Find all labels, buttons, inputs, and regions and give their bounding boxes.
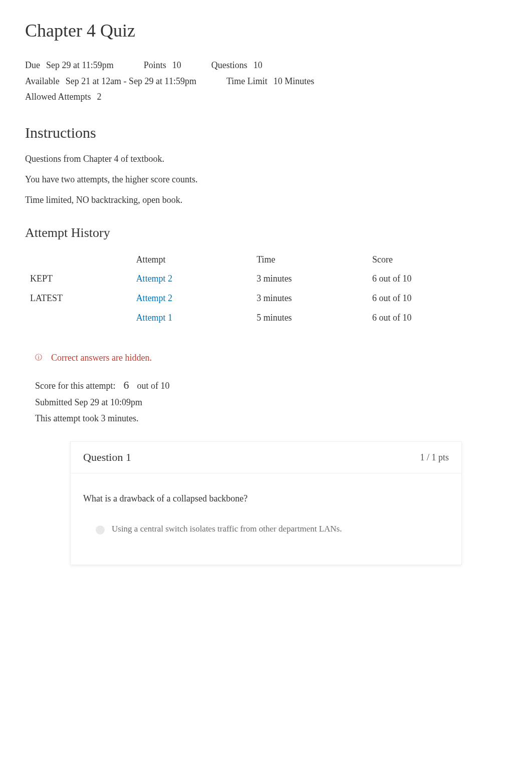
question-points: 1 / 1 pts	[420, 452, 449, 463]
attempt-history-table: Attempt Time Score KEPT Attempt 2 3 minu…	[25, 250, 507, 328]
table-row: KEPT Attempt 2 3 minutes 6 out of 10	[25, 269, 507, 289]
score-value: 6	[123, 376, 129, 395]
score-suffix: out of 10	[137, 378, 169, 394]
meta-time-limit-value: 10 Minutes	[274, 74, 315, 90]
meta-points: Points 10	[144, 58, 181, 74]
meta-time-limit-label: Time Limit	[226, 74, 268, 90]
info-icon: ⓘ	[35, 354, 42, 361]
row-status: LATEST	[25, 289, 131, 308]
meta-allowed-attempts-value: 2	[97, 89, 102, 105]
meta-available-value: Sep 21 at 12am - Sep 29 at 11:59pm	[66, 74, 196, 90]
question-title: Question 1	[83, 451, 131, 464]
col-score-header: Score	[367, 250, 507, 269]
meta-points-value: 10	[172, 58, 181, 74]
meta-time-limit: Time Limit 10 Minutes	[226, 74, 314, 90]
meta-allowed-attempts-label: Allowed Attempts	[25, 89, 91, 105]
meta-questions-label: Questions	[211, 58, 247, 74]
hidden-answers-notice: ⓘ Correct answers are hidden.	[35, 353, 507, 363]
meta-due: Due Sep 29 at 11:59pm	[25, 58, 114, 74]
instructions-body: Questions from Chapter 4 of textbook. Yo…	[25, 154, 507, 205]
row-status: KEPT	[25, 269, 131, 289]
attempt-history-heading: Attempt History	[25, 225, 507, 240]
col-attempt-header: Attempt	[131, 250, 252, 269]
attempt-link[interactable]: Attempt 2	[136, 274, 173, 284]
instructions-line: Time limited, NO backtracking, open book…	[25, 195, 507, 205]
radio-icon	[96, 526, 105, 535]
table-row: LATEST Attempt 2 3 minutes 6 out of 10	[25, 289, 507, 308]
instructions-line: You have two attempts, the higher score …	[25, 174, 507, 185]
table-header-row: Attempt Time Score	[25, 250, 507, 269]
meta-allowed-attempts: Allowed Attempts 2	[25, 89, 102, 105]
attempt-link[interactable]: Attempt 2	[136, 293, 173, 303]
answer-row: Using a central switch isolates traffic …	[71, 514, 461, 565]
page-title: Chapter 4 Quiz	[25, 20, 507, 41]
meta-questions-value: 10	[253, 58, 262, 74]
row-time: 3 minutes	[251, 289, 367, 308]
duration-line: This attempt took 3 minutes.	[35, 411, 507, 427]
question-header: Question 1 1 / 1 pts	[71, 442, 461, 473]
meta-due-value: Sep 29 at 11:59pm	[46, 58, 114, 74]
question-prompt: What is a drawback of a collapsed backbo…	[71, 473, 461, 514]
question-card: Question 1 1 / 1 pts What is a drawback …	[70, 441, 462, 565]
score-label: Score for this attempt:	[35, 378, 115, 394]
meta-points-label: Points	[144, 58, 166, 74]
table-row: Attempt 1 5 minutes 6 out of 10	[25, 308, 507, 328]
submitted-line: Submitted Sep 29 at 10:09pm	[35, 395, 507, 411]
row-status	[25, 308, 131, 328]
meta-available-label: Available	[25, 74, 60, 90]
quiz-meta: Due Sep 29 at 11:59pm Points 10 Question…	[25, 54, 507, 109]
instructions-line: Questions from Chapter 4 of textbook.	[25, 154, 507, 164]
meta-questions: Questions 10	[211, 58, 262, 74]
meta-available: Available Sep 21 at 12am - Sep 29 at 11:…	[25, 74, 196, 90]
row-time: 5 minutes	[251, 308, 367, 328]
attempt-link[interactable]: Attempt 1	[136, 313, 173, 323]
meta-due-label: Due	[25, 58, 40, 74]
answer-text: Using a central switch isolates traffic …	[112, 524, 342, 534]
row-score: 6 out of 10	[367, 289, 507, 308]
row-score: 6 out of 10	[367, 269, 507, 289]
row-score: 6 out of 10	[367, 308, 507, 328]
score-summary: Score for this attempt: 6 out of 10 Subm…	[25, 376, 507, 427]
instructions-heading: Instructions	[25, 124, 507, 141]
row-time: 3 minutes	[251, 269, 367, 289]
col-status-header	[25, 250, 131, 269]
hidden-answers-text: Correct answers are hidden.	[51, 353, 152, 363]
col-time-header: Time	[251, 250, 367, 269]
